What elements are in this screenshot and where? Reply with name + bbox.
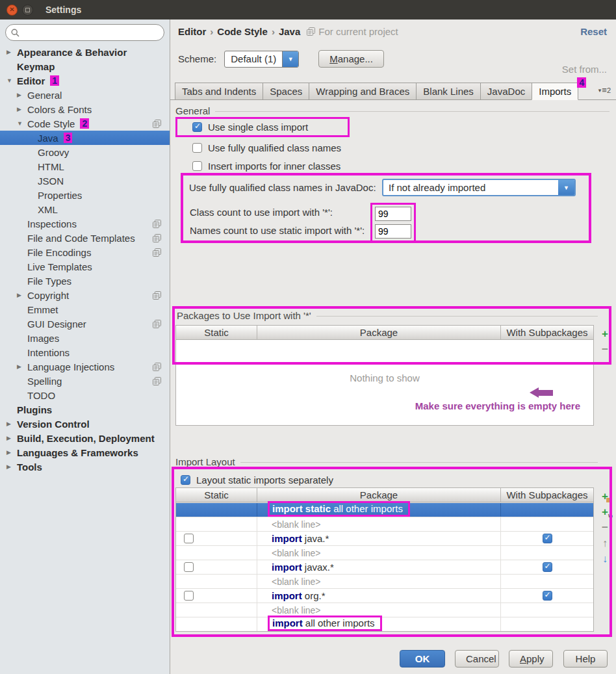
remove-icon[interactable]: − [598,343,611,356]
close-icon[interactable]: ✕ [6,5,18,16]
with-subpackages-cell [501,603,593,617]
sidebar-item-json[interactable]: JSON [0,174,170,188]
sidebar-item-version-control[interactable]: ▶ Version Control [0,417,170,431]
import-layout-row-import-org[interactable]: import org.* [176,588,593,603]
move-up-icon[interactable]: ↑ [598,537,611,550]
with-subpackages-checkbox[interactable] [543,591,552,601]
sidebar-item-xml[interactable]: XML [0,202,170,216]
add-package-icon[interactable]: + [598,490,611,503]
import-layout-row-blank-line[interactable]: <blank line> [176,603,593,617]
sidebar-item-spelling[interactable]: Spelling [0,374,170,388]
class-count-input[interactable] [375,207,411,221]
tab-wrapping-and-braces[interactable]: Wrapping and Braces [309,83,417,100]
use-single-class-import-checkbox[interactable] [192,122,202,132]
import-layout-row-blank-line[interactable]: <blank line> [176,574,593,588]
use-fully-qualified-class-names-checkbox[interactable] [192,143,202,153]
import-layout-row-import-all-other-imports[interactable]: import all other imports [176,617,593,631]
sidebar-item-file-types[interactable]: File Types [0,274,170,288]
use-single-class-import-row[interactable]: Use single class import [192,122,308,133]
tree-arrow-icon[interactable]: ▶ [17,292,27,298]
chevron-down-icon[interactable]: ▼ [558,180,574,195]
tree-arrow-icon[interactable]: ▶ [6,463,17,470]
hidden-tabs-icon[interactable]: ▾ ≡ 2 [598,85,611,95]
ok-button[interactable]: OK [400,650,445,668]
sidebar-item-emmet[interactable]: Emmet [0,302,170,317]
tab-spaces[interactable]: Spaces [263,83,309,100]
static-checkbox[interactable] [184,591,194,601]
restore-icon[interactable] [22,5,33,16]
sidebar-item-file-and-code-templates[interactable]: File and Code Templates [0,231,170,245]
scheme-select[interactable]: Default (1) ▼ [224,51,299,68]
remove-icon[interactable]: − [598,521,611,534]
layout-static-imports-row[interactable]: Layout static imports separately [181,474,333,486]
sidebar-item-colors-fonts[interactable]: ▶ Colors & Fonts [0,102,170,116]
tree-arrow-icon[interactable]: ▶ [17,92,27,98]
add-blank-line-icon[interactable]: +\n [598,506,611,519]
use-fully-qualified-class-names-row[interactable]: Use fully qualified class names [192,142,341,153]
import-layout-row-blank-line[interactable]: <blank line> [176,517,593,531]
sidebar-item-editor[interactable]: ▼ Editor 1 [0,73,170,88]
import-layout-row-import-javax[interactable]: import javax.* [176,560,593,574]
sidebar-item-keymap[interactable]: Keymap [0,59,170,73]
tree-arrow-icon[interactable]: ▶ [6,449,17,456]
sidebar-item-file-encodings[interactable]: File Encodings [0,245,170,259]
search-box[interactable] [5,24,164,41]
apply-button[interactable]: Apply [509,650,553,668]
with-subpackages-checkbox[interactable] [543,562,552,572]
tree-arrow-icon[interactable]: ▶ [17,106,27,112]
help-button[interactable]: Help [563,650,608,668]
tab-imports[interactable]: Imports4 [532,83,578,100]
sidebar-item-languages-frameworks[interactable]: ▶ Languages & Frameworks [0,445,170,460]
sidebar-item-intentions[interactable]: Intentions [0,345,170,359]
names-count-input[interactable] [375,224,411,239]
tree-arrow-icon[interactable]: ▶ [6,421,17,427]
static-checkbox[interactable] [184,562,194,572]
sidebar-item-todo[interactable]: TODO [0,388,170,402]
sidebar-item-live-templates[interactable]: Live Templates [0,259,170,274]
sidebar-item-general[interactable]: ▶ General [0,88,170,102]
import-layout-row-blank-line[interactable]: <blank line> [176,545,593,560]
sidebar-item-gui-designer[interactable]: GUI Designer [0,317,170,331]
manage-button[interactable]: Manage... [318,50,384,68]
sidebar-item-groovy[interactable]: Groovy [0,145,170,159]
reset-link[interactable]: Reset [580,26,607,37]
sidebar-item-plugins[interactable]: Plugins [0,402,170,417]
sidebar-item-copyright[interactable]: ▶ Copyright [0,288,170,302]
add-icon[interactable]: + [598,328,611,341]
tab-tabs-and-indents[interactable]: Tabs and Indents [175,83,263,100]
tree-arrow-icon[interactable]: ▶ [6,49,17,55]
layout-static-imports-checkbox[interactable] [181,475,190,485]
tab-javadoc[interactable]: JavaDoc [480,83,532,100]
sidebar-item-properties[interactable]: Properties [0,188,170,202]
sidebar-item-images[interactable]: Images [0,331,170,345]
tree-arrow-icon[interactable]: ▼ [6,77,17,84]
search-input[interactable] [23,27,159,38]
breadcrumb-code-style[interactable]: Code Style [217,26,268,37]
cancel-button[interactable]: Cancel [455,650,499,668]
javadoc-fqn-select[interactable]: If not already imported ▼ [382,179,576,196]
sidebar-item-label: Copyright [27,290,69,301]
tree-arrow-icon[interactable]: ▶ [17,363,27,370]
with-subpackages-checkbox[interactable] [543,534,552,543]
set-from-link[interactable]: Set from... [562,64,607,75]
sidebar-item-html[interactable]: HTML [0,159,170,174]
move-down-icon[interactable]: ↓ [598,552,611,565]
static-checkbox[interactable] [184,534,194,543]
insert-imports-for-inner-classes-checkbox[interactable] [192,161,202,171]
sidebar-item-language-injections[interactable]: ▶ Language Injections [0,359,170,374]
chevron-down-icon[interactable]: ▼ [282,51,298,67]
sidebar-item-appearance-behavior[interactable]: ▶ Appearance & Behavior [0,45,170,59]
tree-arrow-icon[interactable]: ▶ [6,435,17,441]
sidebar-item-java[interactable]: Java 3 [0,131,170,145]
sidebar-item-code-style[interactable]: ▼ Code Style 2 [0,116,170,131]
import-layout-row-import-java[interactable]: import java.* [176,531,593,545]
sidebar-item-build-execution-deployment[interactable]: ▶ Build, Execution, Deployment [0,431,170,445]
insert-imports-for-inner-classes-row[interactable]: Insert imports for inner classes [192,161,340,172]
sidebar-item-inspections[interactable]: Inspections [0,216,170,231]
import-layout-row-import-static-all-other-imports[interactable]: import static all other imports [176,502,593,517]
breadcrumb-java[interactable]: Java [279,26,300,37]
tab-blank-lines[interactable]: Blank Lines [416,83,481,100]
sidebar-item-tools[interactable]: ▶ Tools [0,460,170,474]
tree-arrow-icon[interactable]: ▼ [17,120,27,127]
breadcrumb-editor[interactable]: Editor [178,26,206,37]
